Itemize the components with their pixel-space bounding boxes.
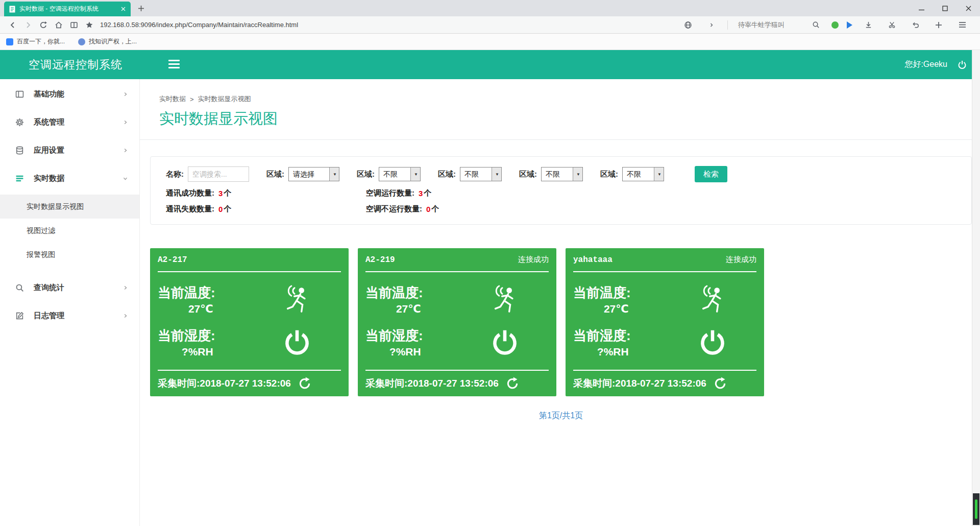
humidity-label: 当前湿度:	[573, 327, 631, 345]
region-select-wrap: 不限	[460, 167, 502, 181]
chevron-right-icon	[122, 285, 128, 291]
home-icon[interactable]	[51, 18, 66, 32]
bookmark-item[interactable]: 找知识产权，上...	[78, 37, 137, 46]
running-person-icon	[489, 285, 519, 315]
search-icon	[15, 283, 26, 292]
running-person-icon	[282, 285, 311, 315]
menu-icon[interactable]	[954, 18, 970, 32]
sidebar-item-realtime-data[interactable]: 实时数据	[0, 164, 139, 193]
tab-title: 实时数据 - 空调远程控制系统	[19, 5, 117, 13]
region-select-4[interactable]: 不限	[541, 167, 583, 181]
page-title: 实时数据显示视图	[159, 109, 972, 129]
chevron-down-icon	[122, 176, 128, 181]
region-select-5[interactable]: 不限	[622, 167, 664, 181]
play-icon[interactable]	[847, 21, 852, 29]
filter-panel: 名称: 区域: 请选择 区域: 不限 区域:	[150, 156, 972, 225]
refresh-icon[interactable]	[36, 18, 51, 32]
region-select-wrap: 不限	[541, 167, 583, 181]
sidebar-item-app-settings[interactable]: 应用设置	[0, 136, 139, 164]
green-circle-icon[interactable]	[831, 21, 839, 29]
stat-label: 通讯成功数量:	[166, 188, 214, 198]
temperature-label: 当前温度:	[158, 284, 215, 302]
url-text[interactable]: 192.168.0.58:9096/index.php/Company/Main…	[100, 21, 298, 29]
region-select-2[interactable]: 不限	[379, 167, 421, 181]
region-select-wrap: 不限	[622, 167, 664, 181]
collect-time: 采集时间:2018-07-27 13:52:06	[365, 377, 499, 390]
ac-card-list: A2-217 当前温度: 27℃	[150, 248, 972, 396]
sidebar-item-log-management[interactable]: 日志管理	[0, 302, 139, 330]
stat-unit: 个	[424, 188, 431, 198]
undo-icon[interactable]	[908, 18, 923, 32]
chevron-right-icon[interactable]	[704, 18, 719, 32]
browser-tab-bar: 实时数据 - 空调远程控制系统	[0, 0, 980, 16]
ac-card: yahataaa 连接成功 当前温度: 27℃	[566, 248, 764, 396]
window-close-icon[interactable]	[957, 0, 980, 16]
stat-label: 空调运行数量:	[366, 188, 414, 198]
download-icon[interactable]	[861, 18, 876, 32]
back-icon[interactable]	[5, 18, 20, 32]
ac-name: A2-219	[365, 255, 395, 265]
sidebar-item-basic-functions[interactable]: 基础功能	[0, 80, 139, 108]
database-icon	[15, 146, 26, 155]
card-refresh-icon[interactable]	[714, 377, 727, 390]
new-tab-icon[interactable]	[138, 5, 144, 12]
bookmark-favicon-icon	[6, 38, 13, 45]
chevron-right-icon	[122, 148, 128, 153]
sidebar-item-label: 系统管理	[34, 117, 64, 127]
submenu-label: 视图过滤	[27, 226, 55, 235]
temperature-label: 当前温度:	[573, 284, 631, 302]
bookmark-favicon-icon	[78, 38, 85, 45]
sidebar-item-query-statistics[interactable]: 查询统计	[0, 274, 139, 302]
sidebar-toggle-icon[interactable]	[168, 60, 180, 70]
humidity-value: ?%RH	[573, 346, 631, 358]
stat-comm-success: 通讯成功数量: 3 个	[166, 188, 366, 198]
sidebar-subitem-view-filter[interactable]: 视图过滤	[0, 219, 139, 243]
scissors-icon[interactable]	[884, 18, 899, 32]
bookmark-item[interactable]: 百度一下，你就...	[6, 37, 65, 46]
add-icon[interactable]	[931, 18, 946, 32]
sidebar-item-label: 应用设置	[34, 146, 64, 155]
data-list-icon	[15, 174, 26, 183]
region-select-1[interactable]: 请选择	[288, 167, 339, 181]
running-person-icon	[697, 285, 727, 315]
speed-dial-icon[interactable]	[66, 18, 82, 32]
search-button[interactable]: 检索	[695, 166, 727, 182]
bookmark-label: 百度一下，你就...	[17, 37, 65, 46]
region-label: 区域:	[357, 170, 375, 179]
tab-close-icon[interactable]	[121, 7, 126, 11]
chevron-right-icon	[122, 313, 128, 319]
page-scrollbar[interactable]	[972, 50, 980, 526]
card-refresh-icon[interactable]	[506, 377, 519, 390]
forward-icon[interactable]	[20, 18, 36, 32]
window-maximize-icon[interactable]	[933, 0, 957, 16]
scroll-indicator[interactable]	[973, 493, 979, 525]
ac-card: A2-219 连接成功 当前温度: 27℃	[358, 248, 556, 396]
temperature-value: 27℃	[365, 303, 423, 315]
logout-power-icon[interactable]	[958, 60, 967, 69]
search-icon[interactable]	[808, 18, 823, 32]
breadcrumb: 实时数据 > 实时数据显示视图	[159, 79, 972, 104]
stat-label: 空调不运行数量:	[366, 204, 422, 214]
region-label: 区域:	[519, 170, 537, 179]
card-refresh-icon[interactable]	[298, 377, 311, 390]
main-content: 实时数据 > 实时数据显示视图 实时数据显示视图 名称: 区域: 请选择	[140, 79, 980, 526]
sidebar-item-system-management[interactable]: 系统管理	[0, 108, 139, 136]
browser-tab[interactable]: 实时数据 - 空调远程控制系统	[4, 2, 131, 16]
power-icon[interactable]	[698, 328, 727, 357]
ac-search-input[interactable]	[188, 166, 249, 182]
sidebar: 基础功能 系统管理 应用设置	[0, 79, 140, 526]
power-icon[interactable]	[491, 328, 519, 357]
breadcrumb-parent[interactable]: 实时数据	[159, 94, 186, 104]
temperature-value: 27℃	[158, 303, 215, 315]
window-minimize-icon[interactable]	[910, 0, 933, 16]
sidebar-subitem-alarm-view[interactable]: 报警视图	[0, 243, 139, 267]
power-icon[interactable]	[283, 328, 311, 357]
search-hint-text[interactable]: 待宰牛蛙学猫叫	[736, 20, 800, 30]
stat-unit: 个	[224, 188, 231, 198]
sidebar-item-label: 实时数据	[34, 174, 64, 183]
ac-name: A2-217	[158, 255, 187, 265]
sidebar-subitem-realtime-view[interactable]: 实时数据显示视图	[0, 195, 139, 219]
region-select-3[interactable]: 不限	[460, 167, 502, 181]
globe-icon[interactable]	[680, 18, 696, 32]
bookmark-star-icon[interactable]	[82, 18, 97, 32]
